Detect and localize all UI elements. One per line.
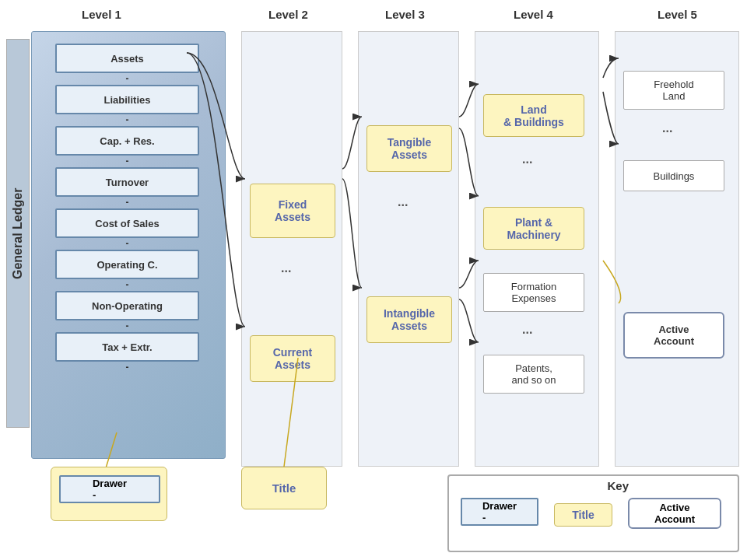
divider-2: - bbox=[55, 116, 199, 124]
active-account-box-main: ActiveAccount bbox=[623, 312, 724, 359]
tangible-assets-title: TangibleAssets bbox=[366, 125, 452, 172]
drawer-liabilities: Liabilities bbox=[55, 85, 199, 114]
level4-column: Land& Buildings ... Plant &Machinery For… bbox=[475, 31, 599, 467]
key-title-box: Title bbox=[554, 503, 612, 527]
callout-drawer-inner: Drawer- bbox=[59, 475, 160, 503]
callout-title-label: Title bbox=[272, 481, 296, 495]
formation-expenses-box: FormationExpenses bbox=[483, 273, 584, 312]
level2-ellipsis: ... bbox=[281, 261, 291, 275]
drawer-operating: Operating C. bbox=[55, 250, 199, 279]
level2-column: FixedAssets ... CurrentAssets bbox=[241, 31, 342, 467]
drawer-cost-of-sales: Cost of Sales bbox=[55, 208, 199, 238]
freehold-land-box: FreeholdLand bbox=[623, 71, 724, 110]
intangible-assets-title: IntangibleAssets bbox=[366, 296, 452, 343]
land-buildings-title: Land& Buildings bbox=[483, 94, 584, 137]
divider-8: - bbox=[55, 363, 199, 371]
divider-5: - bbox=[55, 240, 199, 247]
drawer-cap-res: Cap. + Res. bbox=[55, 126, 199, 156]
level5-column: FreeholdLand ... Buildings ActiveAccount bbox=[615, 31, 739, 467]
level1-header: Level 1 bbox=[82, 8, 121, 21]
drawer-turnover: Turnover bbox=[55, 167, 199, 197]
divider-1: - bbox=[55, 75, 199, 82]
level4-header: Level 4 bbox=[514, 8, 553, 21]
key-drawer-label: Drawer- bbox=[482, 500, 517, 523]
callout-drawer-label: Drawer- bbox=[93, 478, 127, 501]
fixed-assets-title: FixedAssets bbox=[250, 184, 335, 238]
divider-6: - bbox=[55, 281, 199, 289]
key-active-box: ActiveAccount bbox=[628, 498, 721, 529]
current-assets-title: CurrentAssets bbox=[250, 335, 335, 382]
level2-header: Level 2 bbox=[268, 8, 308, 21]
divider-7: - bbox=[55, 322, 199, 330]
divider-4: - bbox=[55, 198, 199, 206]
patents-box: Patents,and so on bbox=[483, 355, 584, 394]
drawer-assets: Assets bbox=[55, 44, 199, 73]
key-drawer: Drawer- bbox=[461, 498, 538, 526]
level1-cabinet: Assets - Liabilities - Cap. + Res. - Tur… bbox=[31, 31, 226, 459]
general-ledger-label: General Ledger bbox=[6, 39, 30, 428]
callout-drawer: Drawer- bbox=[51, 467, 167, 521]
level3-header: Level 3 bbox=[385, 8, 425, 21]
level5-ellipsis: ... bbox=[662, 121, 672, 135]
callout-title: Title bbox=[241, 467, 327, 509]
level4-ellipsis2: ... bbox=[522, 323, 532, 337]
drawer-tax: Tax + Extr. bbox=[55, 332, 199, 362]
level5-header: Level 5 bbox=[658, 8, 697, 21]
divider-3: - bbox=[55, 157, 199, 165]
plant-machinery-title: Plant &Machinery bbox=[483, 207, 584, 250]
diagram-container: Level 1 Level 2 Level 3 Level 4 Level 5 … bbox=[0, 0, 747, 560]
level3-ellipsis: ... bbox=[398, 195, 408, 209]
level4-ellipsis1: ... bbox=[522, 152, 532, 166]
key-title: Key bbox=[607, 479, 629, 492]
key-section: Key Drawer- Title ActiveAccount bbox=[447, 474, 739, 552]
level3-column: TangibleAssets ... IntangibleAssets bbox=[358, 31, 459, 467]
buildings-box: Buildings bbox=[623, 160, 724, 191]
drawer-non-operating: Non-Operating bbox=[55, 291, 199, 320]
